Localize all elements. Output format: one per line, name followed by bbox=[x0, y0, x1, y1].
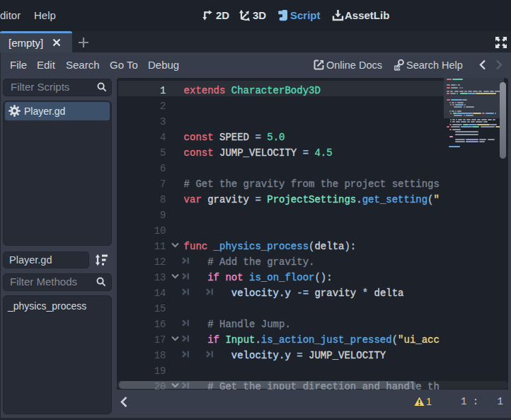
svg-text:DOC: DOC bbox=[395, 67, 403, 70]
